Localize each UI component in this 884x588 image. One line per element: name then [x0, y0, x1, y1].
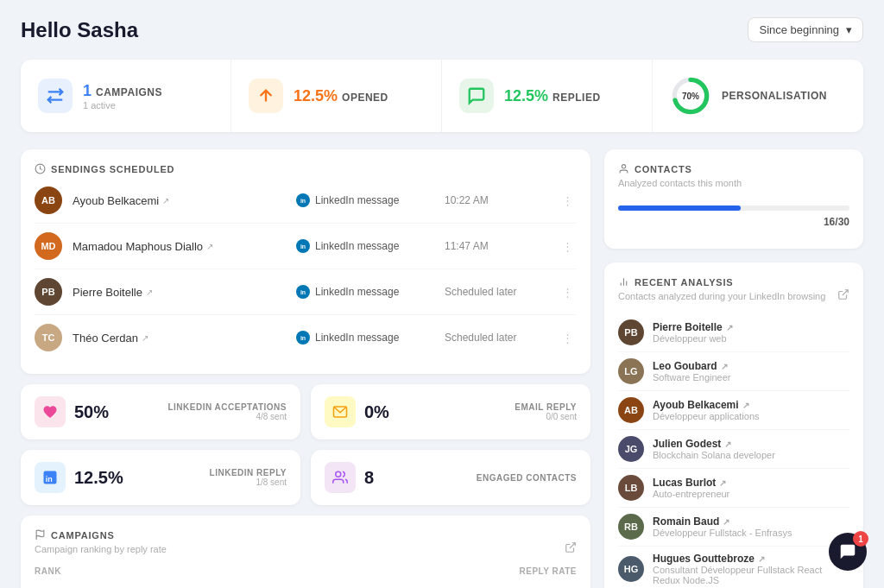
message-type: in LinkedIn message — [296, 285, 434, 299]
contacts-card: CONTACTS Analyzed contacts this month 16… — [604, 149, 863, 249]
linkedin-accept-label: LINKEDIN ACCEPTATIONS — [167, 402, 287, 412]
analysis-avatar: AB — [618, 397, 644, 423]
ext-icon: ↗ — [724, 439, 731, 449]
svg-line-9 — [570, 542, 575, 547]
svg-point-7 — [336, 471, 341, 477]
campaigns-info: 1 CAMPAIGNS 1 active — [83, 82, 213, 111]
analysis-item: RB Romain Baud ↗ Développeur Fullstack -… — [618, 508, 849, 547]
sending-time: 11:47 AM — [445, 240, 548, 252]
heart-icon — [35, 396, 66, 427]
contacts-icon — [325, 462, 356, 493]
ext-icon: ↗ — [723, 517, 729, 527]
svg-point-10 — [622, 165, 625, 168]
analysis-item: LG Leo Goubard ↗ Software Engineer — [618, 352, 849, 391]
replied-label: REPLIED — [552, 92, 601, 104]
campaigns-table-header: RANK REPLY RATE — [35, 566, 577, 576]
contact-name: Pierre Boitelle ↗ — [73, 286, 286, 299]
analysis-avatar: RB — [618, 514, 644, 540]
linkedin-accept-sub: 4/8 sent — [167, 412, 287, 421]
engaged-value: 8 — [364, 468, 374, 488]
avatar: TC — [35, 324, 62, 351]
linkedin-reply-sub: 1/8 sent — [210, 477, 287, 487]
linkedin-dot: in — [296, 239, 310, 253]
campaigns-widget-title: CAMPAIGNS — [35, 529, 167, 541]
analysis-avatar: LG — [618, 358, 644, 384]
more-options-button[interactable]: ⋮ — [559, 237, 577, 256]
ext-icon: ↗ — [719, 478, 726, 488]
chat-bubble[interactable]: 1 — [829, 533, 867, 571]
recent-analysis-sub: Contacts analyzed during your LinkedIn b… — [618, 291, 825, 301]
campaigns-icon — [38, 79, 73, 113]
chat-icon — [838, 542, 857, 561]
date-filter-dropdown[interactable]: Since beginning ▾ — [748, 17, 863, 42]
linkedin-icon: in — [35, 462, 66, 493]
analysis-role: Auto-entrepreneur — [653, 489, 849, 499]
linkedin-accept-value: 50% — [74, 402, 109, 422]
campaigns-label: CAMPAIGNS — [96, 86, 162, 98]
analysis-name: Pierre Boitelle ↗ — [653, 321, 849, 333]
metric-engaged: 8 ENGAGED CONTACTS — [311, 450, 590, 505]
stats-row: 1 CAMPAIGNS 1 active 12.5% OPENED 12.5% … — [21, 60, 863, 132]
chat-badge: 1 — [853, 531, 868, 547]
analysis-info: Pierre Boitelle ↗ Développeur web — [653, 321, 849, 344]
analysis-info: Lucas Burlot ↗ Auto-entrepreneur — [653, 477, 849, 499]
analysis-external-icon[interactable] — [837, 288, 849, 300]
analysis-info: Hugues Gouttebroze ↗ Consultant Développ… — [653, 553, 849, 585]
analysis-item: PB Pierre Boitelle ↗ Développeur web — [618, 313, 849, 352]
campaigns-sub: 1 active — [83, 100, 213, 111]
opened-icon — [249, 79, 283, 113]
page-title: Hello Sasha — [21, 18, 138, 42]
sending-row: PB Pierre Boitelle ↗ in LinkedIn message… — [35, 269, 577, 315]
metric-linkedin-reply: in 12.5% LINKEDIN REPLY 1/8 sent — [21, 450, 300, 505]
email-reply-value: 0% — [364, 402, 389, 422]
more-options-button[interactable]: ⋮ — [559, 282, 577, 302]
more-options-button[interactable]: ⋮ — [559, 191, 577, 211]
personalisation-label: PERSONALISATION — [722, 90, 846, 102]
analysis-name: Hugues Gouttebroze ↗ — [653, 553, 849, 565]
email-icon — [325, 396, 356, 427]
sending-row: AB Ayoub Belkacemi ↗ in LinkedIn message… — [35, 178, 577, 224]
ext-icon: ↗ — [742, 401, 749, 410]
analysis-info: Julien Godest ↗ Blockchain Solana develo… — [653, 438, 849, 460]
analysis-avatar: LB — [618, 475, 644, 501]
stat-replied: 12.5% REPLIED — [442, 60, 653, 132]
message-type: in LinkedIn message — [296, 193, 434, 207]
stat-campaigns: 1 CAMPAIGNS 1 active — [21, 60, 231, 132]
contacts-progress-label: 16/30 — [618, 216, 849, 228]
campaigns-card: CAMPAIGNS Campaign ranking by reply rate… — [21, 515, 590, 588]
external-link-icon[interactable] — [565, 541, 577, 553]
contacts-sub: Analyzed contacts this month — [618, 178, 742, 188]
svg-text:in: in — [46, 475, 53, 484]
analysis-avatar: PB — [618, 319, 644, 345]
contact-name: Mamadou Maphous Diallo ↗ — [73, 240, 286, 253]
more-options-button[interactable]: ⋮ — [559, 328, 577, 348]
campaigns-widget-sub: Campaign ranking by reply rate — [35, 544, 167, 554]
replied-icon — [459, 79, 494, 113]
sending-row: MD Mamadou Maphous Diallo ↗ in LinkedIn … — [35, 224, 577, 269]
analysis-name: Julien Godest ↗ — [653, 438, 849, 450]
svg-line-14 — [843, 289, 848, 294]
analysis-role: Développeur Fullstack - Enfrasys — [653, 528, 849, 538]
analysis-item: AB Ayoub Belkacemi ↗ Développeur applica… — [618, 391, 849, 430]
personalisation-pct: 70% — [682, 92, 699, 101]
avatar: MD — [35, 232, 62, 260]
linkedin-reply-value: 12.5% — [74, 468, 123, 488]
message-type: in LinkedIn message — [296, 239, 434, 253]
analysis-name: Ayoub Belkacemi ↗ — [653, 399, 849, 411]
analysis-role: Consultant Développeur Fullstack React R… — [653, 565, 849, 585]
analysis-avatar: HG — [618, 556, 644, 582]
analysis-name: Leo Goubard ↗ — [653, 360, 849, 372]
external-icon: ↗ — [146, 288, 153, 297]
sending-time: 10:22 AM — [445, 194, 548, 206]
recent-analysis-card: RECENT ANALYSIS Contacts analyzed during… — [604, 262, 863, 588]
analysis-avatar: JG — [618, 436, 644, 462]
personalisation-info: PERSONALISATION — [722, 90, 846, 102]
linkedin-dot: in — [296, 285, 310, 299]
ext-icon: ↗ — [726, 323, 733, 332]
external-icon: ↗ — [142, 333, 148, 343]
external-icon: ↗ — [206, 242, 213, 251]
email-reply-label: EMAIL REPLY — [515, 402, 577, 412]
linkedin-dot: in — [296, 193, 310, 207]
analysis-info: Romain Baud ↗ Développeur Fullstack - En… — [653, 515, 849, 538]
recent-analysis-header: RECENT ANALYSIS Contacts analyzed during… — [618, 276, 849, 312]
